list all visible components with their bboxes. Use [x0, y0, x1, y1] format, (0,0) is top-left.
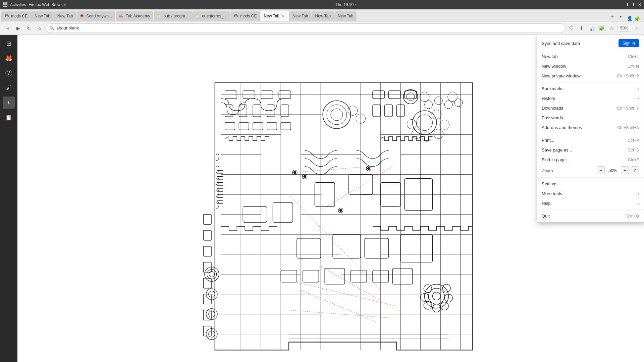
tab-new-4[interactable]: New Tab [312, 11, 334, 21]
sidebar-item-grid[interactable]: ⊞ [3, 38, 15, 50]
minimize-icon[interactable]: ⬇ [626, 2, 629, 7]
content-area: ⊞ 🦊 ? 🖌 $ 📋 [0, 35, 644, 362]
menu-shortcut: Ctrl+F [628, 158, 639, 162]
menu-item-label: New window [542, 64, 621, 69]
forward-button[interactable]: ▶ [13, 23, 23, 33]
browser-window: 🎮 mods CE New Tab New Tab 📤 Send Anywh..… [0, 9, 644, 362]
firefox-menu: Sync and save data Sign In New tab Ctrl+… [537, 35, 644, 223]
new-tab-button[interactable]: + [607, 12, 617, 21]
help-icon: ? [5, 70, 12, 76]
tab-mods-ce-1[interactable]: 🎮 mods CE [1, 11, 31, 21]
reload-button[interactable]: ↻ [24, 23, 34, 33]
menu-item-help[interactable]: Help › [537, 198, 644, 208]
menu-header: Sync and save data Sign In [537, 37, 644, 50]
zoom-plus-button[interactable]: + [621, 166, 629, 174]
menu-item-label: Bookmarks [542, 86, 638, 91]
tab-label: New Tab [315, 14, 331, 18]
tab-favicon: 📁 [157, 14, 162, 18]
fullscreen-button[interactable]: ⤢ [631, 166, 639, 174]
back-button[interactable]: ◀ [3, 23, 12, 33]
menu-item-addons[interactable]: Add-ons and themes Ctrl+Shift+A [537, 123, 644, 132]
tab-new-5[interactable]: New Tab [334, 11, 357, 21]
menu-item-label: Passwords [542, 115, 639, 120]
menu-item-label: Settings [542, 181, 639, 186]
url-bar[interactable]: 🔍 about:blank [46, 23, 566, 33]
tab-label: New Tab [35, 14, 50, 18]
tab-pub-prog[interactable]: 📁 pub / progra... [154, 11, 192, 21]
menu-item-save-page[interactable]: Save page as... Ctrl+S [537, 145, 644, 155]
tab-label: New Tab [57, 14, 73, 18]
close-icon[interactable]: ✕ [638, 2, 641, 7]
tab-label: New Tab [292, 14, 308, 18]
maximize-icon[interactable]: ⬆ [632, 2, 635, 7]
menu-shortcut: Ctrl+S [628, 148, 639, 153]
tab-label: pub / progra... [163, 14, 189, 18]
menu-shortcut: Ctrl+Shift+Y [617, 106, 639, 111]
menu-item-settings[interactable]: Settings [537, 179, 644, 189]
tab-overflow-button[interactable]: ▾ [617, 12, 624, 21]
sidebar-item-help[interactable]: ? [3, 67, 15, 79]
submenu-arrow-icon: › [638, 191, 639, 196]
tab-quentorres[interactable]: 📁 quentorres_... [192, 11, 230, 21]
signin-button[interactable]: Sign In [619, 39, 639, 47]
tab-new-1[interactable]: New Tab [31, 11, 53, 21]
tab-send-anywhere[interactable]: 📤 Send Anywh... [76, 11, 115, 21]
shield-icon[interactable]: 🛡 [567, 23, 576, 33]
zoom-controls: − 50% + ⤢ [597, 166, 639, 174]
menu-shortcut: Ctrl+N [628, 64, 639, 69]
browser-label[interactable]: Firefox Web Browser [29, 2, 66, 7]
menu-item-new-private-window[interactable]: New private window Ctrl+Shift+P [537, 71, 644, 81]
sidebar-item-files[interactable]: 📋 [3, 111, 15, 123]
toolbar-right: 🛡 ⬇ 📊 🧩 ☆ 50% ≡ [567, 23, 641, 33]
activities-label[interactable]: Activities [10, 2, 26, 7]
tab-new-active[interactable]: New Tab ✕ [261, 11, 289, 21]
sidebar-item-firefox[interactable]: 🦊 [3, 52, 15, 64]
files-icon: 📋 [5, 114, 12, 121]
brush-icon: 🖌 [6, 85, 11, 91]
os-time: Thu 19:10 [335, 2, 354, 7]
tab-new-3[interactable]: New Tab [289, 11, 311, 21]
menu-item-downloads[interactable]: Downloads Ctrl+Shift+Y [537, 103, 644, 113]
tab-favicon: 🎮 [234, 14, 238, 18]
menu-item-new-tab[interactable]: New tab Ctrl+T [537, 52, 644, 61]
menu-button[interactable]: ≡ [632, 23, 641, 33]
window-controls: 👤 🧩 [624, 16, 643, 21]
tab-label: Fab Academy [125, 14, 150, 18]
tab-favicon: 🎮 [5, 14, 9, 18]
menu-item-quit[interactable]: Quit Ctrl+Q [537, 211, 644, 221]
menu-item-more-tools[interactable]: More tools › [537, 189, 644, 198]
menu-shortcut: Ctrl+Shift+A [617, 125, 639, 130]
tab-label: New Tab [264, 14, 279, 18]
extensions-icon[interactable]: 🧩 [597, 23, 606, 33]
menu-item-passwords[interactable]: Passwords [537, 113, 644, 123]
bookmark-icon[interactable]: ☆ [607, 23, 616, 33]
menu-shortcut: Ctrl+T [628, 54, 639, 59]
tab-close-button[interactable]: ✕ [281, 14, 285, 19]
menu-item-find-in-page[interactable]: Find in page... Ctrl+F [537, 155, 644, 165]
extension-icon[interactable]: 🧩 [635, 16, 640, 21]
menu-item-label: New tab [542, 54, 621, 59]
tab-new-2[interactable]: New Tab [54, 11, 76, 21]
sidebar-item-terminal[interactable]: $ [3, 97, 15, 109]
zoom-minus-button[interactable]: − [597, 166, 605, 174]
menu-item-bookmarks[interactable]: Bookmarks › [537, 84, 644, 94]
tab-mods-ce-2[interactable]: 🎮 mods CE [230, 11, 260, 21]
account-icon[interactable]: 👤 [627, 16, 633, 21]
charts-icon[interactable]: 📊 [587, 23, 596, 33]
tab-label: Send Anywh... [86, 14, 112, 18]
sidebar-item-brush[interactable]: 🖌 [3, 82, 15, 94]
svg-point-89 [368, 167, 370, 170]
downloads-icon[interactable]: ⬇ [577, 23, 586, 33]
menu-item-print[interactable]: Print... Ctrl+P [537, 135, 644, 145]
menu-shortcut: Ctrl+Q [627, 214, 639, 219]
apps-grid-icon[interactable] [3, 2, 7, 7]
tab-favicon: 📤 [80, 14, 85, 18]
tab-fab-academy[interactable]: 🏭 Fab Academy [116, 11, 153, 21]
menu-item-history[interactable]: History › [537, 94, 644, 103]
home-button[interactable]: ⌂ [35, 23, 44, 33]
grid-icon: ⊞ [6, 40, 11, 47]
tab-favicon: 📁 [196, 14, 200, 18]
menu-item-new-window[interactable]: New window Ctrl+N [537, 61, 644, 71]
svg-point-85 [304, 175, 306, 178]
os-sidebar: ⊞ 🦊 ? 🖌 $ 📋 [0, 35, 17, 362]
